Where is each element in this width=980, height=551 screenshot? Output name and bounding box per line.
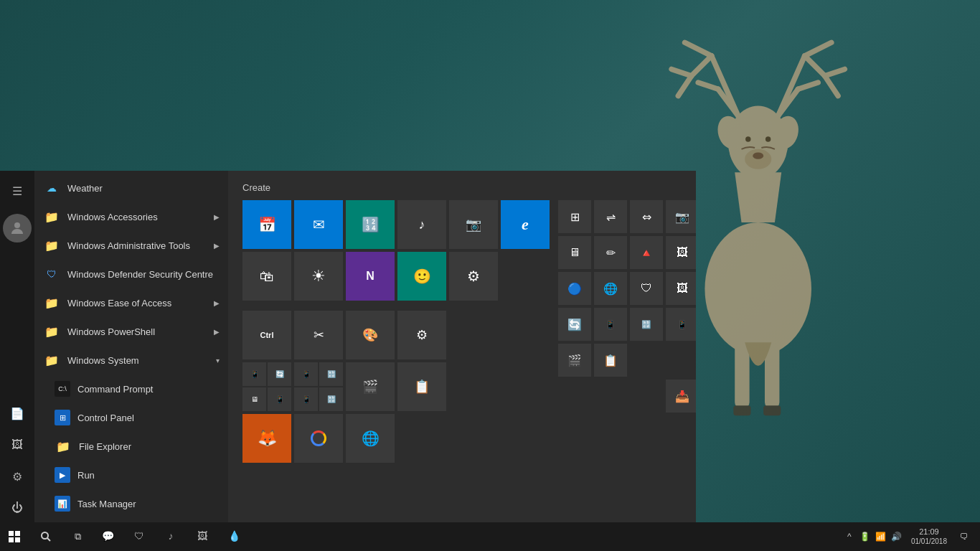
snip-icon: ✂ [314, 327, 324, 343]
tile-brightness[interactable]: ☀ [294, 252, 343, 301]
rt-1[interactable]: ⊞ [558, 200, 591, 233]
time-display: 21:09 [911, 527, 947, 537]
rt-8[interactable]: 🖼 [666, 236, 696, 269]
svg-line-13 [798, 83, 818, 89]
app-win-admin[interactable]: 📁 Windows Administrative Tools ▶ [34, 231, 228, 260]
tray-network[interactable]: 📶 [874, 522, 888, 551]
win-ps-arrow: ▶ [214, 328, 220, 336]
rt-5[interactable]: 🖥 [558, 236, 591, 269]
rt4-icon: 📷 [675, 210, 689, 224]
start-button[interactable] [0, 522, 29, 551]
app-win-system[interactable]: 📁 Windows System ▾ [34, 346, 228, 375]
sidebar-settings[interactable]: ⚙ [3, 462, 32, 491]
rt-9[interactable]: 🔵 [558, 272, 591, 305]
taskbar-droplet[interactable]: 💧 [218, 522, 250, 551]
chat-icon: 💬 [102, 530, 114, 542]
tile-sm3[interactable]: 🖥 [242, 387, 266, 411]
rt-12[interactable]: 🖼 [666, 272, 696, 305]
app-win-defender[interactable]: 🛡 Windows Defender Security Centre [34, 260, 228, 288]
taskbar-shield[interactable]: 🛡 [123, 522, 155, 551]
app-file-explorer[interactable]: 📁 File Explorer [34, 432, 228, 461]
sidebar-power[interactable]: ⏻ [3, 494, 32, 522]
rt-6[interactable]: ✏ [594, 236, 627, 269]
rt-15[interactable]: 🔡 [630, 308, 663, 341]
tile-chrome[interactable] [294, 414, 343, 463]
rt-14[interactable]: 📱 [594, 308, 627, 341]
app-run[interactable]: ▶ Run [34, 461, 228, 489]
sidebar-photos[interactable]: 🖼 [3, 430, 32, 459]
tile-paint[interactable]: 🎨 [346, 311, 395, 359]
tile-settings[interactable]: ⚙ [449, 252, 498, 301]
sidebar-documents[interactable]: 📄 [3, 399, 32, 428]
tile-sm1[interactable]: 📱 [242, 362, 266, 386]
tile-edge[interactable]: e [501, 200, 550, 249]
rt-18[interactable]: 📋 [594, 344, 627, 377]
taskbar-time[interactable]: 21:09 01/01/2018 [907, 527, 951, 545]
tile-sticky[interactable]: 📋 [397, 362, 446, 411]
app-win-ease[interactable]: 📁 Windows Ease of Access ▶ [34, 288, 228, 317]
firefox-icon: 🦊 [258, 429, 277, 448]
app-task-manager[interactable]: 📊 Task Manager [34, 489, 228, 518]
tray-sound[interactable]: 🔊 [890, 522, 904, 551]
app-win-accessories[interactable]: 📁 Windows Accessories ▶ [34, 202, 228, 231]
task-view-button[interactable]: ⧉ [63, 522, 92, 551]
tile-store[interactable]: 🛍 [242, 252, 291, 301]
rt-7[interactable]: 🔺 [630, 236, 663, 269]
tile-sm2[interactable]: 🔄 [268, 362, 291, 386]
tile-sm5[interactable]: 📱 [294, 362, 318, 386]
tile-onenote[interactable]: N [346, 252, 395, 301]
tile-sm4[interactable]: 📱 [268, 387, 291, 411]
tile-groove[interactable]: ♪ [397, 200, 446, 249]
sidebar-hamburger[interactable]: ☰ [3, 176, 32, 205]
app-cmd[interactable]: C:\ Command Prompt [34, 375, 228, 403]
svg-line-3 [672, 69, 692, 75]
tile-camera[interactable]: 📷 [449, 200, 498, 249]
app-win-system-label: Windows System [67, 355, 209, 366]
photos-tb-icon: 🖼 [197, 530, 207, 542]
rt-19[interactable]: 📥 [666, 380, 696, 413]
rt-10[interactable]: 🌐 [594, 272, 627, 305]
tile-mail[interactable]: ✉ [294, 200, 343, 249]
tiles-row-4: 📱 🔄 🖥 📱 📱 🔡 📱 🔡 🎬 [242, 362, 550, 411]
tile-video[interactable]: 🎬 [346, 362, 395, 411]
search-button[interactable] [30, 522, 62, 551]
svg-point-18 [765, 136, 771, 141]
tray-battery[interactable]: 🔋 [858, 522, 872, 551]
tray-notification[interactable]: 🗨 [954, 522, 974, 551]
right-row-4: 🔄 📱 🔡 📱 [558, 308, 696, 341]
taskbar-chat[interactable]: 💬 [92, 522, 123, 551]
tile-firefox[interactable]: 🦊 [242, 414, 291, 463]
app-weather-label: Weather [67, 183, 220, 194]
taskbar-music[interactable]: ♪ [155, 522, 187, 551]
tile-calendar[interactable]: 📅 [242, 200, 291, 249]
tray-chevron[interactable]: ^ [842, 522, 857, 551]
tile-snip[interactable]: ✂ [294, 311, 343, 359]
tile-people[interactable]: 🙂 [397, 252, 446, 301]
tile-ctrl[interactable]: Ctrl [242, 311, 291, 359]
taskbar-photos[interactable]: 🖼 [187, 522, 218, 551]
tile-sm7[interactable]: 📱 [294, 387, 318, 411]
tile-sm8[interactable]: 🔡 [319, 387, 343, 411]
rt-13[interactable]: 🔄 [558, 308, 591, 341]
tile-app1[interactable]: ⚙ [397, 311, 446, 359]
right-row-2: 🖥 ✏ 🔺 🖼 [558, 236, 696, 269]
rt10-icon: 🌐 [603, 282, 618, 296]
tile-sm6[interactable]: 🔡 [319, 362, 343, 386]
app-weather[interactable]: ☁ Weather [34, 174, 228, 202]
sidebar-avatar[interactable] [3, 214, 32, 242]
tiles-right: ⊞ ⇌ ⇔ 📷 🖥 ✏ 🔺 🖼 🔵 🌐 🛡 🖼 [558, 200, 696, 466]
rt-16[interactable]: 📱 [666, 308, 696, 341]
rt9-icon: 🔵 [567, 282, 582, 296]
rt-4[interactable]: 📷 [666, 200, 696, 233]
app-win-ps[interactable]: 📁 Windows PowerShell ▶ [34, 317, 228, 346]
tile-calculator[interactable]: 🔢 [346, 200, 395, 249]
rt-11[interactable]: 🛡 [630, 272, 663, 305]
rt-2[interactable]: ⇌ [594, 200, 627, 233]
rt19-icon: 📥 [675, 390, 689, 403]
rt-17[interactable]: 🎬 [558, 344, 591, 377]
app-control-panel[interactable]: ⊞ Control Panel [34, 403, 228, 432]
svg-rect-29 [9, 537, 14, 542]
tile-globe[interactable]: 🌐 [346, 414, 395, 463]
rt7-icon: 🔺 [639, 246, 654, 260]
rt-3[interactable]: ⇔ [630, 200, 663, 233]
